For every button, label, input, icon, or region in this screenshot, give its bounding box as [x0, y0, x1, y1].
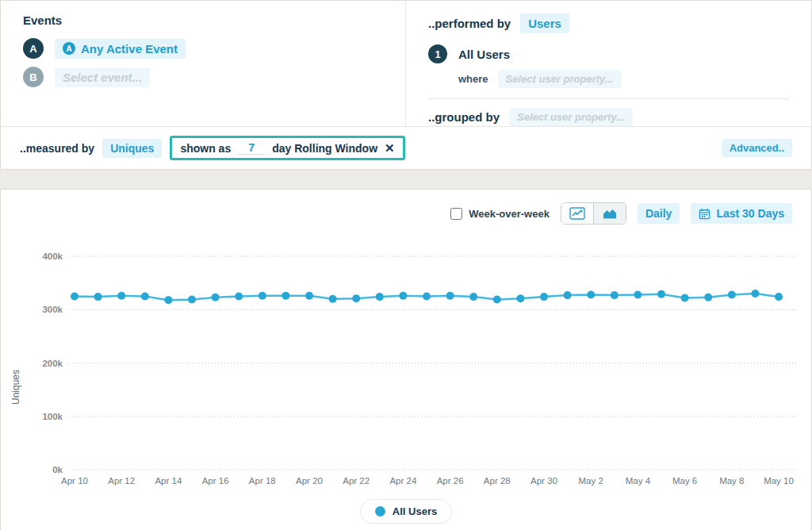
data-point[interactable] [164, 296, 172, 304]
event-selector-b[interactable]: Select event... [55, 67, 150, 87]
y-tick-label: 100k [42, 412, 63, 421]
data-point[interactable] [282, 292, 289, 300]
x-tick-label: Apr 16 [202, 476, 229, 486]
calendar-icon [699, 208, 710, 220]
data-point[interactable] [212, 294, 220, 301]
date-range-label: Last 30 Days [716, 207, 784, 220]
events-title: Events [23, 13, 383, 27]
segment-badge: 1 [428, 44, 447, 63]
grouped-by-selector[interactable]: Select user property... [509, 108, 633, 126]
y-tick-label: 300k [42, 305, 63, 314]
data-point[interactable] [751, 290, 759, 298]
data-point[interactable] [423, 292, 431, 300]
area-chart-button[interactable] [593, 203, 626, 224]
data-point[interactable] [469, 293, 477, 301]
week-over-week-checkbox[interactable] [450, 208, 462, 220]
y-axis-title: Uniques [10, 359, 21, 415]
data-point[interactable] [493, 295, 501, 303]
event-row-b: B Select event... [23, 67, 383, 87]
x-tick-label: Apr 18 [249, 476, 276, 486]
data-point[interactable] [704, 294, 712, 301]
data-point[interactable] [728, 290, 736, 298]
data-point[interactable] [611, 291, 619, 299]
segment-name: All Users [458, 48, 510, 61]
x-tick-label: Apr 14 [155, 476, 182, 486]
data-point[interactable] [71, 292, 79, 300]
x-tick-label: May 8 [719, 476, 744, 486]
performed-by-label: ..performed by [428, 17, 511, 30]
area-chart-icon [602, 207, 618, 220]
rolling-window-unit: day Rolling Window [272, 142, 377, 155]
event-selector-a[interactable]: A Any Active Event [55, 39, 186, 59]
data-point[interactable] [634, 290, 642, 298]
legend-row: All Users [1, 499, 811, 524]
chart-controls: Week-over-week Daily [1, 190, 811, 225]
date-range-selector[interactable]: Last 30 Days [691, 203, 792, 224]
data-point[interactable] [117, 292, 125, 300]
x-tick-label: Apr 28 [484, 476, 511, 486]
x-tick-label: Apr 26 [437, 476, 464, 486]
shown-as-box: shown as day Rolling Window ✕ [170, 136, 404, 160]
data-point[interactable] [681, 294, 689, 301]
x-tick-label: Apr 12 [108, 476, 135, 486]
chart-area: Uniques 0k100k200k300k400kApr 10Apr 12Ap… [1, 226, 811, 496]
measured-by-label: ..measured by [20, 142, 94, 155]
legend-series-dot [375, 506, 385, 517]
week-over-week-toggle[interactable]: Week-over-week [450, 208, 550, 220]
y-tick-label: 0k [52, 465, 63, 474]
chart-type-switcher [561, 202, 626, 225]
where-property-selector[interactable]: Select user property... [498, 70, 622, 88]
x-tick-label: Apr 10 [61, 476, 88, 486]
x-tick-label: Apr 22 [343, 476, 370, 486]
data-point[interactable] [399, 292, 407, 300]
close-icon[interactable]: ✕ [385, 142, 395, 154]
where-label: where [458, 73, 488, 85]
data-point[interactable] [657, 290, 665, 298]
data-point[interactable] [329, 295, 337, 303]
performed-by-section: ..performed by Users 1 All Users where S… [406, 1, 811, 126]
rolling-window-input[interactable] [238, 141, 265, 155]
x-tick-label: May 4 [626, 476, 651, 486]
x-tick-label: May 10 [764, 476, 794, 486]
event-badge-a: A [23, 38, 44, 59]
legend-series-label: All Users [393, 505, 437, 517]
line-chart[interactable]: 0k100k200k300k400kApr 10Apr 12Apr 14Apr … [1, 226, 811, 496]
events-section: Events A A Any Active Event B Select eve… [1, 1, 406, 126]
data-point[interactable] [376, 293, 384, 301]
event-badge-b: B [23, 67, 44, 87]
line-chart-button[interactable] [561, 203, 593, 224]
data-point[interactable] [540, 293, 548, 301]
interval-selector[interactable]: Daily [638, 203, 680, 224]
data-point[interactable] [352, 294, 360, 302]
data-point[interactable] [94, 293, 102, 301]
data-point[interactable] [446, 292, 454, 300]
divider [428, 98, 789, 99]
data-point[interactable] [587, 290, 595, 298]
x-tick-label: May 2 [579, 476, 603, 486]
data-point[interactable] [305, 292, 313, 300]
shown-as-label: shown as [180, 142, 231, 155]
event-row-a: A A Any Active Event [23, 38, 383, 59]
data-point[interactable] [141, 292, 149, 300]
line-chart-icon [569, 207, 585, 220]
performed-by-selector[interactable]: Users [520, 13, 569, 33]
legend-item-all-users[interactable]: All Users [360, 499, 452, 524]
x-tick-label: May 6 [672, 476, 697, 486]
week-over-week-label: Week-over-week [469, 208, 550, 220]
grouped-by-label: ..grouped by [428, 110, 500, 124]
data-point[interactable] [259, 292, 266, 300]
measured-by-row: ..measured by Uniques shown as day Rolli… [1, 126, 811, 169]
data-point[interactable] [235, 292, 243, 300]
measured-by-selector[interactable]: Uniques [102, 139, 162, 158]
x-tick-label: Apr 30 [530, 476, 557, 486]
data-point[interactable] [775, 293, 783, 301]
data-point[interactable] [188, 295, 196, 303]
data-point[interactable] [516, 294, 524, 302]
y-tick-label: 200k [42, 359, 63, 368]
query-builder-card: Events A A Any Active Event B Select eve… [0, 0, 812, 170]
y-tick-label: 400k [42, 252, 63, 261]
x-tick-label: Apr 20 [296, 476, 323, 486]
any-active-event-icon: A [63, 42, 75, 55]
data-point[interactable] [564, 291, 572, 299]
advanced-button[interactable]: Advanced.. [722, 139, 792, 157]
